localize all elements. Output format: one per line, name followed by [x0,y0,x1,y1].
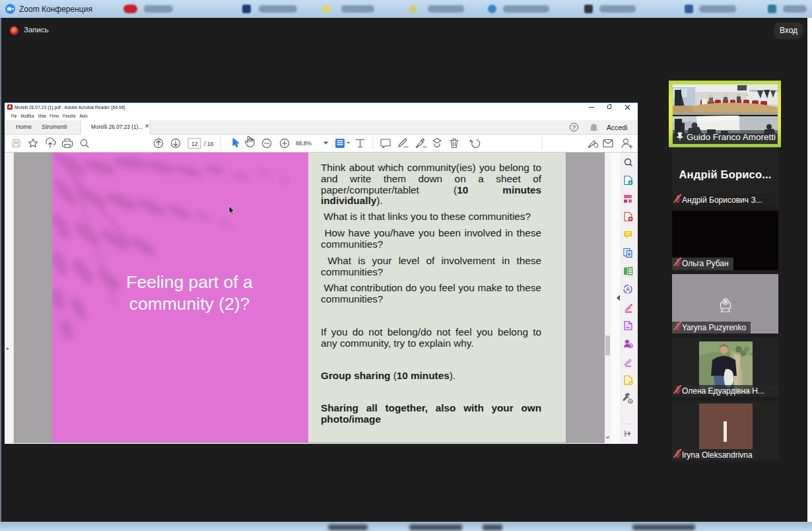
svg-text:12: 12 [191,141,198,147]
svg-text:88,8%: 88,8% [296,140,312,147]
svg-text:A: A [626,286,630,293]
svg-text:/ 16: / 16 [204,141,213,147]
